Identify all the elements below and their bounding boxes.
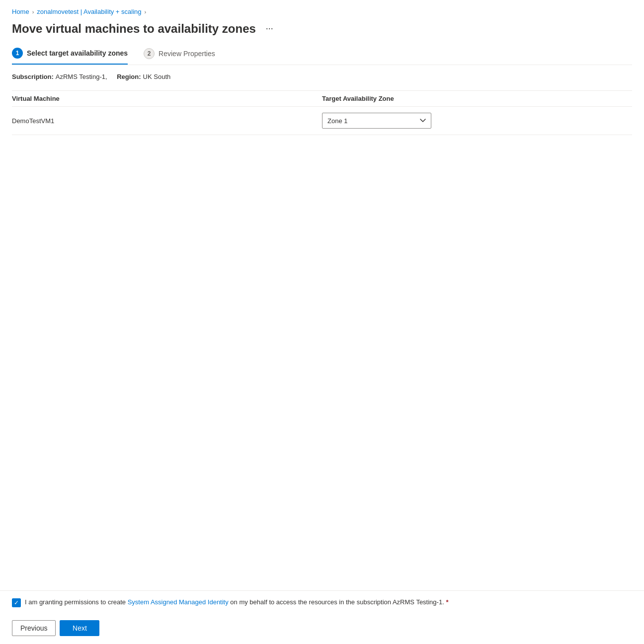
table-row: DemoTestVM1 Zone 1 Zone 2 Zone 3 [12, 107, 632, 135]
step-1-label: Select target availability zones [27, 49, 128, 57]
previous-button[interactable]: Previous [12, 620, 56, 636]
subscription-label: Subscription: [12, 73, 54, 80]
step-2[interactable]: 2 Review Properties [144, 48, 215, 64]
breadcrumb-separator-2: › [145, 9, 147, 15]
breadcrumb-separator-1: › [32, 9, 34, 15]
content-spacer [12, 145, 632, 582]
breadcrumb: Home › zonalmovetest | Availability + sc… [12, 8, 632, 15]
consent-checkbox[interactable]: ✓ [12, 598, 21, 607]
consent-required-marker: * [446, 598, 448, 606]
step-2-number: 2 [148, 50, 151, 57]
table-header-row: Virtual Machine Target Availability Zone [12, 91, 632, 107]
page-title: Move virtual machines to availability zo… [12, 22, 256, 36]
consent-identity-link[interactable]: System Assigned Managed Identity [128, 598, 229, 606]
zone-dropdown[interactable]: Zone 1 Zone 2 Zone 3 [322, 113, 431, 129]
column-header-zone: Target Availability Zone [322, 91, 632, 107]
breadcrumb-home[interactable]: Home [12, 8, 29, 15]
info-separator [111, 73, 113, 80]
vm-table: Virtual Machine Target Availability Zone… [12, 90, 632, 135]
consent-text-after: on my behalf to access the resources in … [229, 598, 444, 606]
region-label: Region: [117, 73, 141, 80]
checkbox-checkmark: ✓ [14, 600, 19, 606]
next-button[interactable]: Next [60, 620, 99, 636]
vm-name-cell: DemoTestVM1 [12, 107, 322, 135]
consent-text: I am granting permissions to create Syst… [25, 598, 448, 607]
column-header-vm: Virtual Machine [12, 91, 322, 107]
consent-row: ✓ I am granting permissions to create Sy… [0, 591, 644, 614]
action-buttons-row: Previous Next [0, 614, 644, 644]
footer: ✓ I am granting permissions to create Sy… [0, 590, 644, 644]
zone-select-cell: Zone 1 Zone 2 Zone 3 [322, 107, 632, 135]
step-1-number: 1 [16, 50, 19, 57]
step-1-circle: 1 [12, 48, 23, 59]
steps-container: 1 Select target availability zones 2 Rev… [12, 48, 632, 65]
breadcrumb-resource[interactable]: zonalmovetest | Availability + scaling [37, 8, 141, 15]
subscription-value: AzRMS Testing-1, [56, 73, 107, 80]
step-2-label: Review Properties [159, 50, 215, 58]
page-title-row: Move virtual machines to availability zo… [12, 21, 632, 36]
step-2-circle: 2 [144, 48, 155, 59]
more-options-button[interactable]: ··· [262, 21, 277, 36]
subscription-info-row: Subscription: AzRMS Testing-1, Region: U… [12, 73, 632, 80]
step-1[interactable]: 1 Select target availability zones [12, 48, 128, 65]
region-value: UK South [143, 73, 171, 80]
consent-text-before: I am granting permissions to create [25, 598, 128, 606]
